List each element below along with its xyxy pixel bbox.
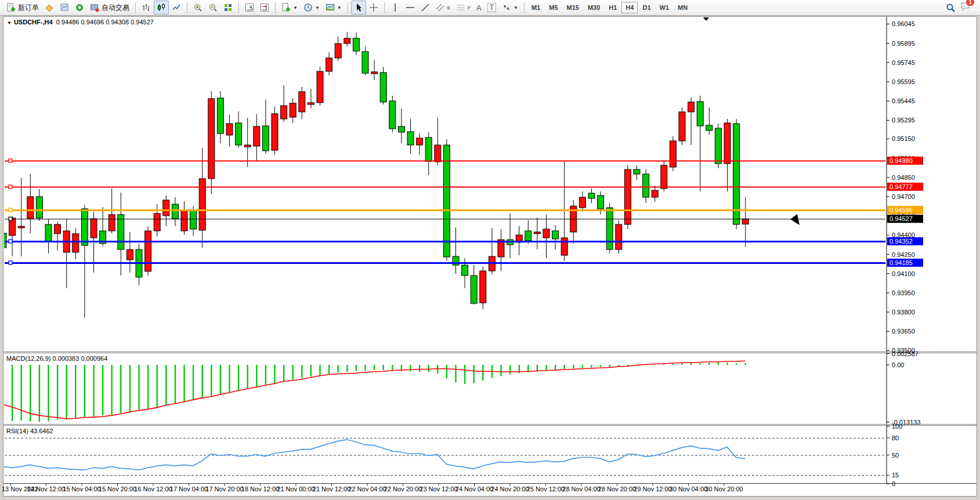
chevron-down-icon: ▼ [315, 5, 320, 10]
time-axis-label: 16 Nov 12:00 [134, 485, 172, 492]
time-axis-label: 21 Nov 00:00 [277, 485, 314, 492]
level-line-handle[interactable] [9, 217, 12, 220]
signals-button[interactable] [72, 1, 87, 15]
price-axis-tick: 0.93650 [892, 328, 915, 335]
level-price-label: 0.94185 [889, 259, 913, 266]
level-price-label: 0.94980 [889, 157, 913, 164]
level-line-handle[interactable] [9, 208, 12, 212]
rsi-axis-label: 0 [892, 480, 895, 487]
zoom-out-button[interactable] [205, 1, 220, 15]
new-order-button[interactable]: 新订单 [3, 1, 42, 15]
cursor-tool-button[interactable] [351, 1, 366, 15]
time-axis-label: 21 Nov 12:00 [313, 485, 350, 492]
vertical-line-tool-button[interactable] [388, 1, 403, 15]
candlestick-chart-button[interactable] [154, 1, 169, 15]
toolbar-separator [524, 2, 525, 13]
time-axis-label: 28 Nov 20:00 [598, 485, 636, 492]
timeframe-h4[interactable]: H4 [621, 2, 638, 13]
time-axis-label: 25 Nov 12:00 [527, 485, 565, 492]
market-watch-button[interactable] [57, 1, 72, 15]
toolbar-separator [135, 2, 136, 13]
zoom-in-button[interactable] [190, 1, 205, 15]
periods-button[interactable]: ▼ [301, 1, 323, 15]
bar-chart-button[interactable] [139, 1, 154, 15]
chevron-down-icon: ▼ [337, 5, 342, 10]
horizontal-line-tool-button[interactable] [403, 1, 418, 15]
timeframe-d1[interactable]: D1 [638, 2, 654, 13]
time-axis-label: 24 Nov 04:00 [455, 485, 493, 492]
channel-tool-button[interactable]: E [433, 1, 453, 15]
price-axis-tick: 0.95445 [892, 97, 915, 104]
price-axis-tick: 0.93800 [892, 309, 915, 316]
autotrading-button[interactable]: 自动交易 [87, 1, 132, 15]
macd-indicator-label: MACD(12,26,9) 0.000383 0.000964 [6, 355, 107, 362]
search-icon[interactable] [946, 3, 956, 13]
toolbar-separator [348, 2, 348, 13]
timeframe-m5[interactable]: M5 [545, 2, 562, 13]
candlestick-chart-icon [157, 3, 166, 12]
rsi-axis-label: 15 [892, 472, 899, 479]
price-axis-tick: 0.95745 [892, 59, 915, 66]
indicators-icon [45, 3, 54, 12]
line-chart-button[interactable] [169, 1, 184, 15]
timeframe-m30[interactable]: M30 [584, 2, 604, 13]
bar-chart-icon [142, 3, 151, 12]
zoom-in-icon [193, 3, 202, 12]
autotrading-label: 自动交易 [102, 3, 129, 13]
crosshair-tool-button[interactable] [366, 1, 381, 15]
time-axis-label: 17 Nov 20:00 [205, 485, 243, 492]
time-axis-label: 29 Nov 12:00 [634, 485, 671, 492]
trendline-tool-button[interactable] [418, 1, 433, 15]
text-tool-button[interactable]: A [473, 1, 484, 15]
toolbar-separator [187, 2, 187, 13]
level-price-label: 0.94352 [889, 238, 913, 245]
arrows-tool-button[interactable]: ▼ [499, 1, 521, 15]
ohlc-values: 0.94486 0.94696 0.94308 0.94527 [56, 19, 154, 26]
time-axis-label: 15 Nov 04:00 [63, 485, 100, 492]
chart-shift-icon [260, 3, 269, 12]
level-line-handle[interactable] [9, 261, 12, 265]
level-price-label: 0.94527 [889, 215, 913, 222]
clock-icon [303, 3, 313, 12]
time-axis-label: 15 Nov 20:00 [99, 485, 136, 492]
price-axis-tick: 0.95295 [892, 117, 915, 124]
templates-button[interactable]: ▼ [323, 1, 345, 15]
auto-scroll-button[interactable] [242, 1, 257, 15]
notifications-button[interactable]: 1 [960, 2, 971, 13]
chart-symbol-line: ▼USDCHF-,H4 0.94486 0.94696 0.94308 0.94… [7, 19, 154, 26]
timeframe-m15[interactable]: M15 [563, 2, 583, 13]
chart-shift-button[interactable] [257, 1, 272, 15]
new-chart-button[interactable]: ▼ [279, 1, 301, 15]
level-price-label: 0.94777 [889, 183, 913, 190]
toolbar-separator [384, 2, 385, 13]
timeframe-m1[interactable]: M1 [527, 2, 544, 13]
timeframe-mn[interactable]: MN [674, 2, 692, 13]
symbol-label: USDCHF-,H4 [14, 19, 53, 26]
timeframe-h1[interactable]: H1 [605, 2, 621, 13]
timeframe-group: M1M5M15M30H1H4D1W1MN [527, 2, 692, 13]
zoom-out-icon [208, 3, 218, 12]
arrows-tool-icon [502, 3, 511, 12]
line-chart-icon [172, 3, 181, 12]
label-tool-icon: T [487, 3, 496, 12]
macd-axis-label: 0.00 [892, 361, 904, 368]
toolbar-separator [238, 2, 239, 13]
notification-badge: 1 [966, 0, 974, 6]
level-line-handle[interactable] [9, 185, 12, 189]
rsi-axis-label: 80 [892, 434, 899, 441]
crosshair-icon [369, 3, 378, 12]
auto-scroll-icon [245, 3, 254, 12]
fibonacci-tool-button[interactable]: F [453, 1, 473, 15]
price-axis-tick: 0.94100 [892, 270, 915, 277]
level-line-handle[interactable] [9, 240, 12, 243]
market-watch-icon [60, 3, 69, 12]
rsi-indicator-label: RSI(14) 43.6462 [6, 427, 53, 434]
label-tool-button[interactable]: T [484, 1, 499, 15]
autotrading-icon [90, 3, 99, 12]
level-line-handle[interactable] [9, 159, 12, 162]
indicators-button[interactable] [42, 1, 57, 15]
chart-area[interactable]: 0.960450.958950.957450.955950.954450.952… [0, 0, 980, 500]
time-axis-label: 23 Nov 12:00 [420, 485, 457, 492]
tile-windows-button[interactable] [220, 1, 236, 15]
timeframe-w1[interactable]: W1 [656, 2, 674, 13]
